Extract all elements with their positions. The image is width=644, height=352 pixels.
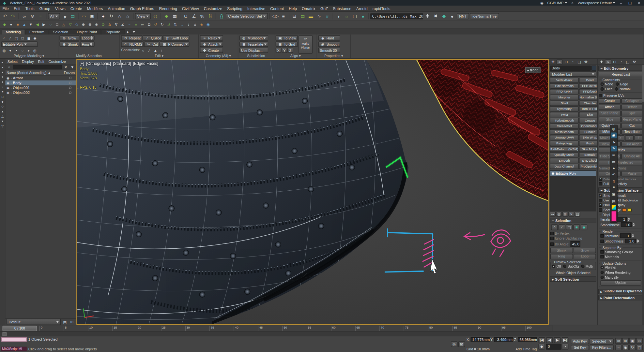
named-selection-sets-icon[interactable]: {}	[218, 13, 225, 20]
display-iterations-field[interactable]: 1	[616, 217, 627, 222]
stack-item-editable-poly[interactable]: ◉ Editable Poly	[550, 171, 596, 176]
render-smoothness-checkbox[interactable]	[601, 239, 604, 242]
custom-tool-icon[interactable]: ∆	[107, 22, 113, 27]
custom-tool-icon[interactable]: ■	[15, 22, 21, 27]
stack-bulb-icon[interactable]: ◉	[552, 171, 555, 175]
tab-freeform[interactable]: Freeform	[25, 29, 48, 34]
collapse-stack-icon[interactable]: ▾	[8, 48, 13, 53]
scene-object-row-selected[interactable]: ◉▫ Body	[5, 81, 76, 85]
constraint-edge-icon[interactable]: ∕	[146, 48, 152, 53]
align-x-button[interactable]: X	[276, 48, 281, 53]
modify-tab-icon[interactable]: ≈	[557, 59, 563, 64]
select-link-icon[interactable]: ∞	[21, 13, 28, 20]
search-icon[interactable]: ○	[6, 65, 12, 70]
custom-tool-icon[interactable]: ↻	[159, 22, 165, 27]
show-end-result-icon[interactable]: ◎	[556, 212, 562, 216]
explorer-grid-icon[interactable]: ⊞	[69, 319, 75, 324]
rectangular-selection-icon[interactable]: ▭	[80, 13, 88, 20]
maxscript-macro-row[interactable]	[1, 337, 27, 342]
viewport[interactable]: [+] [Orthographic] [Standard] [Edged Fac…	[76, 59, 549, 325]
border-subobject-icon[interactable]: ▢	[566, 225, 573, 230]
selection-filter-dropdown[interactable]: All	[48, 13, 60, 19]
show-end-result-icon[interactable]: ◌	[20, 48, 25, 53]
attach-button[interactable]: ⊕Attach	[200, 41, 223, 47]
hierarchy-tab-icon[interactable]: ⊟	[612, 59, 618, 64]
zoom-icon[interactable]: ⊕	[615, 338, 622, 344]
modifier-button[interactable]: Morpher	[550, 95, 579, 100]
frozen-toggle[interactable]	[69, 92, 71, 94]
menu-item[interactable]: GoZ	[318, 7, 330, 11]
nurms-button[interactable]: ◠NURMS	[121, 41, 144, 47]
eraser-icon[interactable]: ▭	[611, 159, 617, 165]
curve-editor-icon[interactable]: ∿	[315, 13, 323, 20]
show-cage-checkbox[interactable]: Show Cage	[599, 208, 643, 212]
modifier-button[interactable]: TurboSmooth	[550, 118, 579, 123]
workspaces-dropdown[interactable]: Workspaces: Default	[578, 1, 615, 5]
viewport-plus-menu[interactable]: [+]	[80, 61, 84, 66]
maximize-button[interactable]: ▢	[627, 1, 633, 5]
bulb-icon[interactable]: ◍	[611, 126, 617, 132]
maximize-viewport-icon[interactable]: ▢	[636, 345, 643, 350]
rendered-frame-icon[interactable]: ▢	[351, 13, 359, 20]
constraint-face-icon[interactable]: ▲	[153, 48, 159, 53]
tab-modeling[interactable]: Modeling	[2, 29, 25, 34]
modifier-button[interactable]: Unwrap UVW	[550, 135, 579, 140]
element-mode-icon[interactable]: ◼	[26, 35, 32, 40]
polygon-mode-icon[interactable]: □	[20, 35, 25, 40]
explorer-tool-icon[interactable]: ▽	[0, 124, 5, 128]
custom-tool-icon[interactable]: □	[54, 22, 60, 27]
custom-tool-icon[interactable]: ∇	[113, 22, 119, 27]
schematic-view-icon[interactable]: #	[324, 13, 331, 20]
relax-button[interactable]: Relax	[599, 148, 643, 153]
explorer-menu-display[interactable]: Display	[20, 60, 36, 64]
pin-stack-icon[interactable]: ▪	[14, 48, 20, 53]
tab-populate[interactable]: Populate	[101, 29, 124, 34]
menu-item[interactable]: Scripting	[225, 7, 245, 11]
vertex-mode-icon[interactable]: ∴	[1, 35, 7, 40]
isolate-icon[interactable]: ◎	[32, 48, 38, 53]
custom-tool-icon[interactable]: ⊖	[87, 22, 93, 27]
display-tab-icon[interactable]: ▢	[625, 59, 631, 64]
scene-explorer-icon[interactable]: ⊟	[291, 13, 298, 20]
selection-set-combo[interactable]: Create Selection Set	[226, 13, 268, 19]
msmooth-button[interactable]: ◍MSmooth	[239, 35, 268, 40]
ring-button[interactable]: Ring	[550, 254, 573, 259]
key-filters-button[interactable]: Key Filters...	[590, 345, 614, 350]
update-always-radio[interactable]: Always	[601, 265, 641, 270]
cage-selected-color-swatch[interactable]	[627, 208, 632, 212]
full-interactivity-checkbox[interactable]: Full Interactivity	[599, 182, 643, 186]
select-scale-icon[interactable]: △	[116, 13, 123, 20]
screenshot-icon[interactable]: ▣	[611, 192, 617, 198]
to-grid-button[interactable]: ⊞To Grid	[276, 41, 298, 47]
custom-tool-icon[interactable]: ◀	[35, 22, 40, 27]
paste-button[interactable]: Paste	[621, 171, 643, 176]
angle-snap-icon[interactable]: ∠	[190, 13, 198, 20]
attach-button[interactable]: Attach	[599, 105, 620, 110]
zoom-all-icon[interactable]: ⊞	[622, 338, 629, 344]
preserve-uvs-checkbox[interactable]: Preserve UVs	[599, 94, 643, 98]
set-key-button[interactable]: Set Key	[571, 345, 589, 350]
update-button[interactable]: Update	[601, 280, 641, 286]
object-color-swatch[interactable]	[591, 66, 596, 70]
display-smoothness-field[interactable]: 1.0	[621, 222, 632, 227]
render-production-icon[interactable]: ●	[359, 13, 367, 20]
render-iterations-checkbox[interactable]	[601, 234, 604, 237]
notes-icon[interactable]: ▤	[611, 198, 617, 204]
subdivision-displacement-rollout-header[interactable]: ▸Subdivision Displacement	[598, 289, 643, 294]
dot-brush-icon[interactable]: ●	[611, 165, 617, 171]
tab-object-paint[interactable]: Object Paint	[73, 29, 101, 34]
edge-mode-icon[interactable]: ∕	[8, 35, 13, 40]
preview-subobj-icon[interactable]: ◍	[1, 48, 7, 53]
angle-value-field[interactable]: 45.0	[571, 241, 580, 247]
align-icon[interactable]: ≡	[280, 13, 287, 20]
trash-icon[interactable]: ▯	[611, 179, 617, 184]
account-menu[interactable]: CGBUMP	[547, 1, 567, 5]
preview-subobj-radio[interactable]: SubObj	[563, 264, 579, 269]
key-mode-icon[interactable]: ◆	[538, 344, 545, 350]
custom-tool-icon[interactable]: ●	[8, 22, 14, 27]
custom-tool-icon[interactable]: ↕	[186, 22, 192, 27]
preview-off-radio[interactable]: Off	[552, 264, 561, 269]
utilities-tab-icon[interactable]: ⚒	[583, 59, 589, 64]
custom-tool-icon[interactable]: ▲	[21, 22, 27, 27]
custom-tool-icon[interactable]: Ω	[146, 22, 152, 27]
